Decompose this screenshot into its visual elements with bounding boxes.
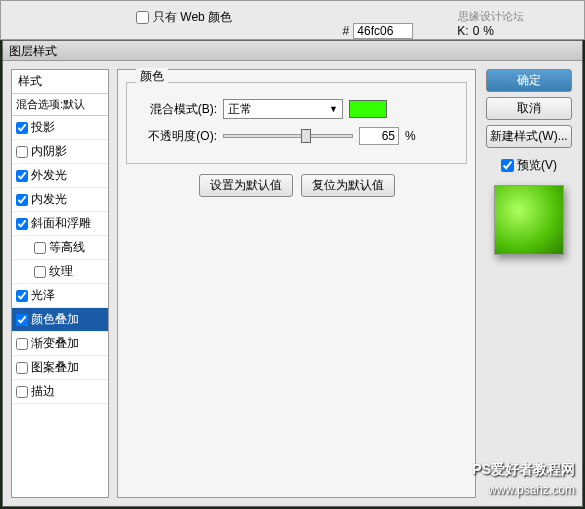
color-group: 颜色 混合模式(B): 正常 ▼ 不透明度(O): % — [126, 82, 467, 164]
style-label: 颜色叠加 — [31, 311, 79, 328]
style-item-11[interactable]: 描边 — [12, 380, 108, 404]
new-style-button[interactable]: 新建样式(W)... — [486, 125, 572, 148]
hash-label: # — [343, 24, 350, 38]
style-item-2[interactable]: 外发光 — [12, 164, 108, 188]
style-item-10[interactable]: 图案叠加 — [12, 356, 108, 380]
cancel-button[interactable]: 取消 — [486, 97, 572, 120]
watermark-line2: www.psahz.com — [488, 483, 575, 497]
forum-watermark: 思缘设计论坛 — [458, 9, 524, 24]
style-item-1[interactable]: 内阴影 — [12, 140, 108, 164]
style-label: 内阴影 — [31, 143, 67, 160]
right-buttons-panel: 确定 取消 新建样式(W)... 预览(V) — [484, 69, 574, 498]
color-picker-strip: 只有 Web 颜色 思缘设计论坛 # K: 0 % — [0, 0, 585, 40]
style-item-4[interactable]: 斜面和浮雕 — [12, 212, 108, 236]
style-label: 斜面和浮雕 — [31, 215, 91, 232]
style-checkbox[interactable] — [16, 314, 28, 326]
style-label: 投影 — [31, 119, 55, 136]
k-label: K: — [457, 24, 468, 38]
style-label: 内发光 — [31, 191, 67, 208]
style-item-6[interactable]: 纹理 — [12, 260, 108, 284]
k-value: 0 — [473, 24, 480, 38]
blend-mode-label: 混合模式(B): — [137, 101, 217, 118]
style-checkbox[interactable] — [16, 362, 28, 374]
hex-row: # K: 0 % — [343, 23, 494, 39]
style-checkbox[interactable] — [16, 146, 28, 158]
preview-checkbox[interactable] — [501, 159, 514, 172]
style-label: 渐变叠加 — [31, 335, 79, 352]
web-only-check-row: 只有 Web 颜色 — [136, 9, 232, 26]
style-label: 外发光 — [31, 167, 67, 184]
chevron-down-icon: ▼ — [329, 104, 338, 114]
slider-thumb-icon[interactable] — [301, 129, 311, 143]
style-label: 光泽 — [31, 287, 55, 304]
blend-mode-value: 正常 — [228, 101, 252, 118]
web-only-label: 只有 Web 颜色 — [153, 9, 232, 26]
watermark-line1: PS爱好者教程网 — [472, 461, 575, 479]
overlay-color-swatch[interactable] — [349, 100, 387, 118]
style-item-0[interactable]: 投影 — [12, 116, 108, 140]
preview-check-row: 预览(V) — [501, 157, 557, 174]
style-item-7[interactable]: 光泽 — [12, 284, 108, 308]
style-item-9[interactable]: 渐变叠加 — [12, 332, 108, 356]
style-checkbox[interactable] — [16, 338, 28, 350]
opacity-input[interactable] — [359, 127, 399, 145]
layer-style-dialog: 图层样式 样式 混合选项:默认 投影内阴影外发光内发光斜面和浮雕等高线纹理光泽颜… — [2, 40, 583, 507]
preview-label: 预览(V) — [517, 157, 557, 174]
percent-sign: % — [405, 129, 416, 143]
percent-label: % — [483, 24, 494, 38]
style-checkbox[interactable] — [16, 170, 28, 182]
style-label: 图案叠加 — [31, 359, 79, 376]
style-item-3[interactable]: 内发光 — [12, 188, 108, 212]
default-buttons-row: 设置为默认值 复位为默认值 — [126, 174, 467, 197]
styles-list-panel: 样式 混合选项:默认 投影内阴影外发光内发光斜面和浮雕等高线纹理光泽颜色叠加渐变… — [11, 69, 109, 498]
styles-header: 样式 — [12, 70, 108, 94]
style-checkbox[interactable] — [16, 386, 28, 398]
style-checkbox[interactable] — [34, 266, 46, 278]
style-checkbox[interactable] — [34, 242, 46, 254]
style-item-8[interactable]: 颜色叠加 — [12, 308, 108, 332]
blend-options-header[interactable]: 混合选项:默认 — [12, 94, 108, 116]
style-label: 描边 — [31, 383, 55, 400]
set-default-button[interactable]: 设置为默认值 — [199, 174, 293, 197]
blend-mode-row: 混合模式(B): 正常 ▼ — [137, 99, 456, 119]
style-checkbox[interactable] — [16, 218, 28, 230]
restore-default-button[interactable]: 复位为默认值 — [301, 174, 395, 197]
style-item-5[interactable]: 等高线 — [12, 236, 108, 260]
style-checkbox[interactable] — [16, 122, 28, 134]
style-label: 等高线 — [49, 239, 85, 256]
blend-mode-dropdown[interactable]: 正常 ▼ — [223, 99, 343, 119]
opacity-row: 不透明度(O): % — [137, 127, 456, 145]
opacity-label: 不透明度(O): — [137, 128, 217, 145]
style-checkbox[interactable] — [16, 194, 28, 206]
web-only-checkbox[interactable] — [136, 11, 149, 24]
dialog-title: 图层样式 — [3, 41, 582, 61]
dialog-content: 样式 混合选项:默认 投影内阴影外发光内发光斜面和浮雕等高线纹理光泽颜色叠加渐变… — [3, 61, 582, 506]
ok-button[interactable]: 确定 — [486, 69, 572, 92]
settings-panel: 颜色 混合模式(B): 正常 ▼ 不透明度(O): % — [117, 69, 476, 498]
style-label: 纹理 — [49, 263, 73, 280]
hex-input[interactable] — [353, 23, 413, 39]
preview-thumbnail — [494, 185, 564, 255]
style-checkbox[interactable] — [16, 290, 28, 302]
group-title: 颜色 — [136, 68, 168, 85]
opacity-slider[interactable] — [223, 134, 353, 138]
